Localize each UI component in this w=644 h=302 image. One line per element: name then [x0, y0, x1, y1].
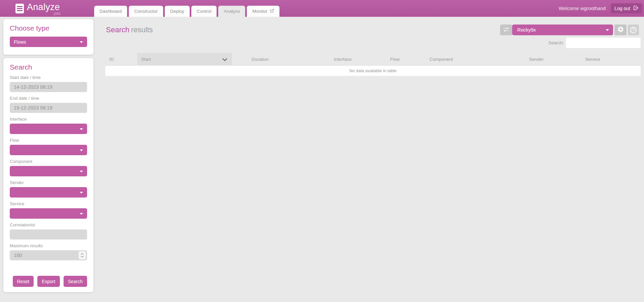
main-nav-tabs: Dashboard Constructor Deploy Control Ana… [94, 6, 279, 17]
tab-monitor[interactable]: Monitor [247, 6, 279, 17]
settings-button[interactable] [614, 25, 627, 35]
app-logo-list-icon [15, 4, 24, 13]
logout-button[interactable]: Log out [611, 3, 642, 13]
page-title: Searchresults [106, 26, 153, 34]
search-panel-heading: Search [10, 63, 87, 71]
column-header-duration[interactable]: Duration [240, 53, 330, 65]
start-date-input[interactable] [10, 82, 87, 92]
component-select[interactable] [10, 166, 87, 176]
flow-select[interactable] [10, 145, 87, 155]
caret-down-icon [80, 171, 83, 172]
column-header-id[interactable]: ID [105, 53, 137, 65]
caret-down-icon [80, 128, 83, 130]
type-select[interactable]: Flows [10, 37, 87, 47]
interface-select[interactable] [10, 124, 87, 134]
field-max-results: Maximum results [10, 243, 87, 260]
help-button[interactable]: ? [628, 25, 639, 35]
swap-environment-button[interactable] [500, 25, 512, 35]
filter-actions: Reset Export Search [13, 276, 87, 287]
choose-type-panel: Choose type Flows [3, 19, 93, 55]
end-date-input[interactable] [10, 103, 87, 113]
column-header-service[interactable]: Service [581, 53, 641, 65]
reset-button[interactable]: Reset [13, 276, 34, 287]
tab-constructor[interactable]: Constructor [129, 6, 163, 17]
tab-dashboard[interactable]: Dashboard [94, 6, 127, 17]
results-table-header: ID Start Duration Interface Flow Compone… [105, 53, 641, 65]
app-header: Analyze pao Dashboard Constructor Deploy… [0, 0, 644, 17]
welcome-text: Welcome wgroothand [559, 6, 606, 11]
field-correlationid: CorrelationId [10, 222, 87, 240]
column-header-sender[interactable]: Sender [525, 53, 581, 65]
table-search-label: Search: [533, 40, 564, 45]
caret-down-icon [606, 29, 609, 31]
correlationid-input[interactable] [10, 229, 87, 240]
app-subtitle: pao [27, 11, 61, 16]
logout-icon [633, 5, 639, 12]
caret-down-icon [80, 41, 83, 43]
field-end-date: End date / time [10, 96, 87, 113]
caret-down-icon [80, 192, 83, 193]
tab-control[interactable]: Control [191, 6, 217, 17]
tab-deploy[interactable]: Deploy [165, 6, 190, 17]
gear-icon [617, 26, 624, 34]
column-header-flow[interactable]: Flow [386, 53, 425, 65]
sender-select[interactable] [10, 187, 87, 198]
swap-arrows-icon [502, 27, 510, 34]
column-header-component[interactable]: Component [425, 53, 525, 65]
export-button[interactable]: Export [37, 276, 60, 287]
tab-analyze[interactable]: Analyze [218, 6, 245, 17]
empty-table-message: No data available in table [105, 66, 641, 76]
external-link-icon [270, 9, 274, 14]
field-start-date: Start date / time [10, 75, 87, 92]
field-interface: Interface [10, 117, 87, 134]
chevron-down-icon [222, 57, 227, 62]
column-header-start[interactable]: Start [137, 53, 240, 65]
search-filters-panel: Search Start date / time End date / time… [3, 58, 93, 292]
column-header-interface[interactable]: Interface [330, 53, 386, 65]
number-stepper[interactable] [79, 251, 86, 259]
environment-select[interactable]: Rocky9x [512, 25, 613, 35]
table-search-input[interactable] [566, 38, 641, 48]
field-component: Component [10, 159, 87, 176]
field-sender: Sender [10, 180, 87, 198]
max-results-input[interactable] [10, 250, 87, 260]
service-select[interactable] [10, 208, 87, 219]
header-right: Welcome wgroothand Log out [559, 0, 642, 17]
field-service: Service [10, 201, 87, 219]
caret-down-icon [80, 149, 83, 151]
field-flow: Flow [10, 138, 87, 155]
choose-type-heading: Choose type [10, 24, 87, 32]
question-circle-icon: ? [630, 27, 637, 33]
search-button[interactable]: Search [64, 276, 87, 287]
caret-down-icon [80, 213, 83, 215]
